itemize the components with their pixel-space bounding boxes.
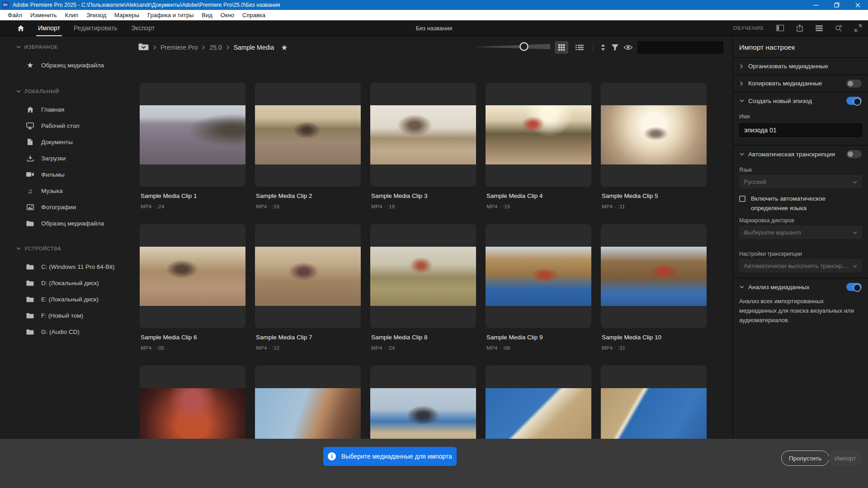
menu-sequence[interactable]: Эпизод <box>82 12 110 19</box>
clip-thumbnail[interactable] <box>255 366 361 439</box>
filter-button[interactable] <box>611 44 619 51</box>
media-clip-13[interactable] <box>370 366 476 439</box>
grid-view-button[interactable] <box>555 41 568 54</box>
clip-thumbnail[interactable] <box>486 224 591 328</box>
clip-thumbnail[interactable] <box>255 83 361 187</box>
clip-thumbnail[interactable] <box>486 366 591 439</box>
menu-edit[interactable]: Изменить <box>26 12 61 19</box>
search-input[interactable] <box>644 41 723 54</box>
media-clip-5[interactable]: Sample Media Clip 5 MP4 · :11 <box>601 83 707 210</box>
sidebar-section-header[interactable]: ИЗБРАННОЕ <box>0 42 136 52</box>
clip-thumbnail[interactable] <box>601 224 707 328</box>
sidebar-item-drive-d[interactable]: D: (Локальный диск) <box>0 275 136 291</box>
menu-clip[interactable]: Клип <box>61 12 82 19</box>
transcription-settings-dropdown[interactable]: Автоматически выполнять транскри... <box>739 259 862 272</box>
learn-button[interactable]: ОБУЧЕНИЕ <box>733 25 764 31</box>
menu-window[interactable]: Окно <box>217 12 238 19</box>
menu-graphics[interactable]: Графика и титры <box>143 12 198 19</box>
menu-help[interactable]: Справка <box>238 12 269 19</box>
new-sequence-toggle[interactable] <box>846 97 862 105</box>
menu-view[interactable]: Вид <box>198 12 217 19</box>
breadcrumb-segment[interactable]: Premiere Pro <box>160 44 198 51</box>
sidebar-item-movies[interactable]: Фильмы <box>0 166 136 183</box>
media-clip-12[interactable] <box>255 366 361 439</box>
language-dropdown[interactable]: Русский <box>739 175 862 188</box>
tab-edit[interactable]: Редактировать <box>74 24 118 32</box>
media-clip-15[interactable] <box>601 366 707 439</box>
breadcrumb-segment[interactable]: 25.0 <box>209 44 222 51</box>
clip-thumbnail[interactable] <box>255 224 361 328</box>
speaker-labeling-dropdown[interactable]: Выберите вариант <box>739 225 862 239</box>
sequence-name-input[interactable] <box>739 123 862 137</box>
clip-thumbnail[interactable] <box>370 366 476 439</box>
select-media-info-button[interactable]: i Выберите медиаданные для импорта <box>323 447 457 466</box>
sidebar-item-home[interactable]: Главная <box>0 101 136 117</box>
list-view-button[interactable] <box>573 41 586 54</box>
close-button[interactable] <box>847 0 868 10</box>
tab-import[interactable]: Импорт <box>38 24 60 32</box>
media-clip-14[interactable] <box>486 366 591 439</box>
clip-thumbnail[interactable] <box>601 83 707 187</box>
media-analysis-row[interactable]: Анализ медиаданных <box>733 278 868 296</box>
sidebar-item-documents[interactable]: Документы <box>0 134 136 150</box>
preview-eye-button[interactable] <box>623 44 633 51</box>
auto-detect-language-row[interactable]: Включить автоматическое определение язык… <box>733 188 868 213</box>
auto-transcription-row[interactable]: Автоматическая транскрипция <box>733 145 868 163</box>
sidebar-item-sample-media-folder[interactable]: Образец медиафайла <box>0 215 136 231</box>
organize-media-row[interactable]: Организовать медиаданные <box>733 58 868 75</box>
workspace-switcher-icon[interactable] <box>816 25 823 32</box>
media-clip-1[interactable]: Sample Media Clip 1 MP4 · :24 <box>140 83 245 210</box>
clip-thumbnail[interactable] <box>370 83 476 187</box>
quick-search-icon[interactable] <box>835 24 842 32</box>
favorite-star-icon[interactable]: ★ <box>281 43 288 52</box>
skip-button[interactable]: Пропустить <box>781 450 829 466</box>
media-analysis-toggle[interactable] <box>846 283 862 291</box>
clip-thumbnail[interactable] <box>140 83 245 187</box>
copy-media-row[interactable]: Копировать медиаданные <box>733 75 868 92</box>
media-folder-icon[interactable] <box>138 43 149 52</box>
menu-markers[interactable]: Маркеры <box>110 12 143 19</box>
sidebar-item-desktop[interactable]: Рабочий стол <box>0 117 136 134</box>
workspace-panel-icon[interactable] <box>776 25 784 31</box>
copy-media-toggle[interactable] <box>846 80 862 88</box>
share-export-icon[interactable] <box>796 24 803 32</box>
clip-thumbnail[interactable] <box>601 366 707 439</box>
clip-thumbnail[interactable] <box>486 83 591 187</box>
new-sequence-row[interactable]: Создать новый эпизод <box>733 92 868 109</box>
sidebar-item-drive-g[interactable]: G: (Audio CD) <box>0 324 136 340</box>
sidebar-item-drive-f[interactable]: F: (Новый том) <box>0 307 136 324</box>
sidebar-item-photos[interactable]: Фотографии <box>0 199 136 215</box>
sort-button[interactable] <box>599 44 607 51</box>
media-clip-7[interactable]: Sample Media Clip 7 MP4 · :12 <box>255 224 361 352</box>
media-clip-10[interactable]: Sample Media Clip 10 MP4 · :31 <box>601 224 707 352</box>
media-clip-2[interactable]: Sample Media Clip 2 MP4 · :16 <box>255 83 361 210</box>
breadcrumb-segment-current[interactable]: Sample Media <box>234 44 274 51</box>
menu-file[interactable]: Файл <box>4 12 26 19</box>
sidebar-item-sample-media-favorite[interactable]: ★ Образец медиафайла <box>0 57 136 73</box>
import-button[interactable]: Импорт <box>828 450 862 466</box>
sidebar-item-downloads[interactable]: Загрузки <box>0 150 136 166</box>
sidebar-item-drive-c[interactable]: C: (Windows 11 Pro 64-Bit) <box>0 258 136 275</box>
minimize-button[interactable] <box>806 0 826 10</box>
media-clip-6[interactable]: Sample Media Clip 6 MP4 · :05 <box>140 224 245 352</box>
clip-thumbnail[interactable] <box>140 366 245 439</box>
media-clip-9[interactable]: Sample Media Clip 9 MP4 · :08 <box>486 224 591 352</box>
media-clip-8[interactable]: Sample Media Clip 8 MP4 · :24 <box>370 224 476 352</box>
fullscreen-icon[interactable] <box>854 24 862 32</box>
maximize-button[interactable] <box>826 0 847 10</box>
sidebar-item-music[interactable]: ♫ Музыка <box>0 183 136 199</box>
media-clip-11[interactable] <box>140 366 245 439</box>
search-box[interactable] <box>637 41 723 54</box>
clip-thumbnail[interactable] <box>370 224 476 328</box>
sidebar-section-header[interactable]: УСТРОЙСТВА <box>0 243 136 254</box>
sidebar-section-header[interactable]: ЛОКАЛЬНЫЙ <box>0 86 136 97</box>
clip-thumbnail[interactable] <box>140 224 245 328</box>
home-button[interactable] <box>17 25 24 32</box>
thumbnail-size-slider[interactable] <box>473 42 550 53</box>
tab-export[interactable]: Экспорт <box>131 24 155 32</box>
sidebar-item-drive-e[interactable]: E: (Локальный диск) <box>0 291 136 307</box>
auto-transcription-toggle[interactable] <box>846 150 862 158</box>
media-clip-3[interactable]: Sample Media Clip 3 MP4 · :19 <box>370 83 476 210</box>
auto-detect-language-checkbox[interactable] <box>739 196 745 202</box>
media-clip-4[interactable]: Sample Media Clip 4 MP4 · :15 <box>486 83 591 210</box>
